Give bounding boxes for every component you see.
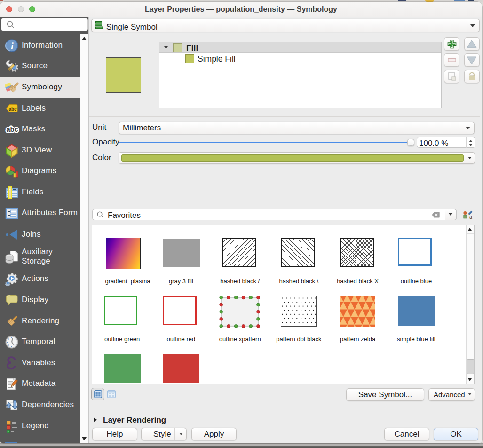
svg-text:abc: abc — [7, 126, 18, 133]
svg-text:abc: abc — [8, 106, 17, 112]
svg-text:a: a — [469, 214, 472, 220]
svg-text:i: i — [11, 40, 14, 52]
